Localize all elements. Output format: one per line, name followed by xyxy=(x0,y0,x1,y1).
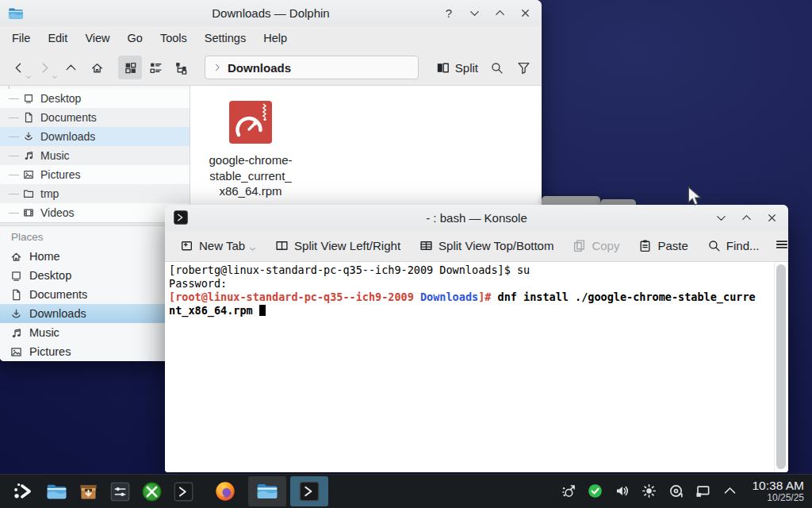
scrollbar-thumb[interactable] xyxy=(776,264,786,469)
application-launcher-button[interactable] xyxy=(8,477,38,506)
brightness-icon xyxy=(642,483,657,498)
places-item[interactable]: Desktop xyxy=(0,266,190,285)
terminal-output[interactable]: [robertg@linux-standard-pc-q35--ich9-200… xyxy=(165,262,774,472)
toolbar-button[interactable]: Copy xyxy=(569,236,623,256)
device-notifier[interactable] xyxy=(695,483,710,498)
toolbar-button[interactable]: Split View Left/Right xyxy=(271,236,404,256)
updates-ok[interactable] xyxy=(588,483,603,498)
minimize-button[interactable] xyxy=(712,209,730,226)
menu-button[interactable] xyxy=(775,237,789,255)
maximize-button[interactable] xyxy=(737,209,755,226)
music-icon xyxy=(10,327,22,339)
tree-item[interactable]: Downloads xyxy=(0,127,190,146)
tray-expander[interactable] xyxy=(722,483,737,498)
konsole-task[interactable] xyxy=(290,476,328,506)
dropdown-caret-icon xyxy=(25,74,32,80)
tree-item[interactable]: Music xyxy=(0,146,190,165)
chevron-up-icon xyxy=(64,61,78,75)
file-manager-launcher[interactable] xyxy=(43,477,70,506)
disc-icon xyxy=(668,483,684,498)
dropdown-caret-icon xyxy=(52,74,58,80)
tools-icon xyxy=(141,481,163,502)
brightness[interactable] xyxy=(642,483,657,498)
places-item[interactable]: Documents xyxy=(0,285,190,304)
menu-item[interactable]: Edit xyxy=(39,29,76,47)
close-button[interactable] xyxy=(516,5,534,22)
toolbar-button[interactable]: Find... xyxy=(703,236,764,256)
places-header: Places xyxy=(0,226,190,247)
toolbar-button[interactable]: Paste xyxy=(634,236,691,256)
desktop: Downloads — Dolphin ? xyxy=(0,0,812,508)
tree-item[interactable]: Desktop xyxy=(0,89,190,108)
firefox-task[interactable] xyxy=(206,476,244,506)
menu-item[interactable]: Go xyxy=(119,29,151,47)
package-installer-launcher[interactable] xyxy=(75,477,102,506)
details-view-button[interactable] xyxy=(144,56,167,79)
split-button[interactable]: Split xyxy=(431,61,484,75)
home-button[interactable] xyxy=(86,57,108,79)
tree-item[interactable]: Videos xyxy=(0,203,190,222)
kickoff-icon xyxy=(12,480,34,502)
dolphin-toolbar: Downloads Split xyxy=(0,50,542,86)
volume[interactable] xyxy=(615,483,630,498)
volume-icon xyxy=(615,483,630,498)
tree-item[interactable]: Documents xyxy=(0,108,190,127)
maximize-button[interactable] xyxy=(491,5,508,22)
launch-feedback[interactable] xyxy=(561,483,576,498)
tree-item[interactable]: Pictures xyxy=(0,165,190,184)
split-lr-icon xyxy=(275,239,289,252)
download-icon xyxy=(10,308,22,320)
places-item[interactable]: Pictures xyxy=(0,342,190,361)
places-item[interactable]: Music xyxy=(0,323,190,342)
dolphin-titlebar[interactable]: Downloads — Dolphin ? xyxy=(0,0,542,26)
grid-icon xyxy=(124,61,137,75)
forward-button[interactable] xyxy=(34,57,56,79)
split-tb-icon xyxy=(419,239,433,252)
dolphin-icon xyxy=(46,481,67,502)
search-button[interactable] xyxy=(486,57,507,78)
menu-item[interactable]: Tools xyxy=(151,29,196,47)
close-button[interactable] xyxy=(763,209,780,226)
back-button[interactable] xyxy=(8,57,29,79)
menu-item[interactable]: Help xyxy=(255,29,296,47)
clock-date: 10/25/25 xyxy=(753,493,805,504)
folder-tree-panel: Desktop Documents Downloads Music xyxy=(0,86,190,222)
toolbar-button[interactable]: Split View Top/Bottom xyxy=(416,236,557,256)
optical-disc[interactable] xyxy=(668,483,684,498)
icons-view-button[interactable] xyxy=(118,56,142,79)
menu-item[interactable]: File xyxy=(3,29,39,47)
hamburger-icon xyxy=(775,237,789,252)
toolbar-button[interactable]: New Tab xyxy=(176,236,260,256)
tree-item[interactable]: tmp xyxy=(0,184,190,203)
digital-clock[interactable]: 10:38 AM 10/25/25 xyxy=(753,479,805,504)
system-settings-launcher[interactable] xyxy=(106,477,133,506)
chevron-down-icon xyxy=(469,7,481,19)
terminal-scrollbar[interactable] xyxy=(774,262,788,472)
chevron-up-icon xyxy=(494,7,506,19)
help-button[interactable]: ? xyxy=(440,5,458,22)
admin-tools-launcher[interactable] xyxy=(138,477,165,506)
package-icon xyxy=(78,481,99,502)
menu-item[interactable]: Settings xyxy=(196,29,255,47)
dolphin-app-icon xyxy=(8,6,24,21)
konsole-titlebar[interactable]: - : bash — Konsole xyxy=(165,205,788,230)
firefox-icon xyxy=(214,480,236,502)
tree-view-button[interactable] xyxy=(169,56,193,79)
rpm-file-item[interactable]: google-chrome-stable_current_x86_64.rpm xyxy=(187,100,314,199)
breadcrumb[interactable]: Downloads xyxy=(205,56,419,79)
minimize-button[interactable] xyxy=(465,5,483,22)
filter-button[interactable] xyxy=(513,57,534,78)
places-item[interactable]: Downloads xyxy=(0,304,190,323)
download-icon xyxy=(23,131,34,142)
music-icon xyxy=(23,150,34,161)
dolphin-task[interactable] xyxy=(248,476,286,506)
menu-item[interactable]: View xyxy=(76,29,118,47)
breadcrumb-folder[interactable]: Downloads xyxy=(228,61,291,75)
new-tab-icon xyxy=(180,239,193,252)
launch-feedback-icon xyxy=(561,483,576,498)
places-item[interactable]: Home xyxy=(0,247,190,266)
check-circle-icon xyxy=(588,483,603,498)
up-button[interactable] xyxy=(60,57,82,79)
dropdown-caret-icon xyxy=(249,245,256,252)
terminal-launcher[interactable] xyxy=(170,477,197,506)
